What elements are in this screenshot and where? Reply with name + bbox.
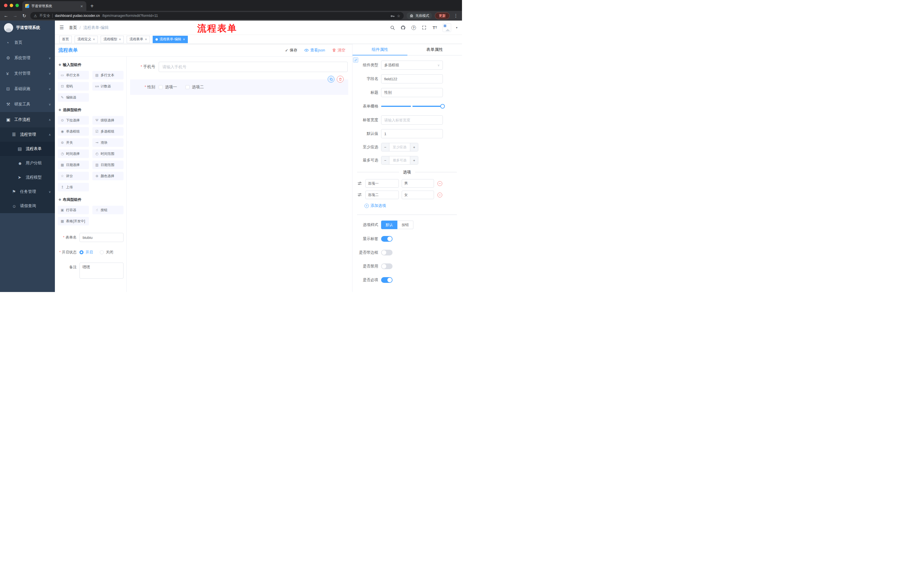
font-size-icon[interactable]: TT [432, 25, 438, 31]
canvas-field-gender[interactable]: 性别 选项一 选项二 [130, 79, 348, 95]
sidebar-item-process-form[interactable]: ▤ 流程表单 [0, 142, 55, 156]
security-warning-icon[interactable]: ⚠ [34, 14, 37, 18]
checkbox-unchecked-icon[interactable] [186, 85, 190, 89]
tag-close-icon[interactable]: × [119, 38, 121, 41]
palette-item-date-picker[interactable]: ▦日期选择 [58, 161, 89, 169]
increase-button[interactable]: + [410, 156, 418, 164]
github-icon[interactable] [400, 25, 406, 31]
option-name-input[interactable] [365, 191, 399, 199]
form-canvas[interactable]: 手机号 [127, 57, 352, 292]
remove-option-icon[interactable]: − [437, 181, 442, 186]
gender-option2-checkbox[interactable]: 选项二 [186, 85, 204, 90]
palette-item-select[interactable]: ⊙下拉选择 [58, 116, 89, 125]
palette-item-time-range[interactable]: ◴时间范围 [92, 150, 124, 158]
sidebar-item-process-model[interactable]: ➤ 流程模型 [0, 170, 55, 184]
sidebar-item-leave-query[interactable]: ☺ 请假查询 [0, 199, 55, 213]
browser-update-button[interactable]: 更新 [435, 12, 450, 19]
link-icon[interactable] [353, 58, 358, 63]
view-json-button[interactable]: 查看json [304, 48, 325, 53]
phone-input[interactable] [159, 62, 348, 72]
gender-option1-checkbox[interactable]: 选项一 [159, 85, 177, 90]
show-label-switch[interactable] [381, 236, 393, 242]
option-value-input[interactable] [402, 179, 434, 188]
border-switch[interactable] [381, 250, 393, 255]
status-radio-off[interactable]: 关闭 [100, 250, 113, 255]
tag-close-icon[interactable]: × [93, 38, 95, 41]
style-button-button[interactable]: 按钮 [398, 220, 413, 229]
palette-item-radio-group[interactable]: ◉单选框组 [58, 127, 89, 136]
slider-track[interactable] [381, 106, 443, 107]
default-value-input[interactable] [381, 129, 443, 138]
sidebar-item-devtools[interactable]: ⚒ 研发工具 ∨ [0, 97, 55, 112]
max-select-value[interactable]: 最多可选 [389, 156, 410, 164]
disabled-switch[interactable] [381, 263, 393, 269]
close-window-button[interactable] [4, 4, 7, 7]
field-name-input[interactable] [381, 74, 443, 84]
component-type-select[interactable]: 多选框组 ∨ [381, 61, 443, 70]
add-option-button[interactable]: + 添加选项 [365, 203, 457, 208]
forward-icon[interactable]: → [12, 13, 18, 18]
palette-item-single-line-text[interactable]: ▭单行文本 [58, 71, 89, 79]
save-button[interactable]: ✓ 保存 [285, 48, 297, 53]
min-select-value[interactable]: 至少应选 [389, 143, 410, 151]
reload-icon[interactable]: ↻ [21, 13, 28, 18]
fullscreen-icon[interactable] [421, 25, 427, 31]
sidebar-item-system[interactable]: ⚙ 系统管理 ∨ [0, 50, 55, 66]
canvas-field-phone[interactable]: 手机号 [130, 61, 348, 73]
palette-item-cascader[interactable]: Ψ级联选择 [92, 116, 124, 125]
palette-item-password[interactable]: ⊡密码 [58, 82, 89, 90]
checkbox-unchecked-icon[interactable] [159, 85, 163, 89]
label-width-input[interactable] [381, 115, 443, 125]
sidebar-item-user-group[interactable]: ☻ 用户分组 [0, 156, 55, 170]
status-radio-on[interactable]: 开启 [79, 250, 93, 255]
palette-item-checkbox-group[interactable]: ☑多选框组 [92, 127, 124, 136]
tag-process-form-edit[interactable]: 流程表单-编辑 × [153, 36, 188, 43]
slider-handle[interactable] [440, 104, 445, 109]
breadcrumb-root[interactable]: 首页 [69, 25, 77, 30]
tab-close-icon[interactable]: × [80, 4, 84, 8]
style-default-button[interactable]: 默认 [381, 220, 398, 229]
palette-item-row-container[interactable]: ▣行容器 [58, 206, 89, 214]
help-icon[interactable]: ? [411, 25, 417, 31]
tag-close-icon[interactable]: × [145, 38, 147, 41]
form-name-input[interactable] [79, 233, 124, 242]
title-input[interactable] [381, 88, 443, 97]
drag-handle-icon[interactable] [357, 192, 362, 197]
minimize-window-button[interactable] [10, 4, 13, 7]
decrease-button[interactable]: − [381, 156, 389, 164]
search-icon[interactable] [390, 25, 395, 31]
palette-item-color-picker[interactable]: ⊛颜色选择 [92, 172, 124, 180]
new-tab-button[interactable]: + [90, 3, 94, 9]
palette-item-upload[interactable]: ↥上传 [58, 183, 89, 191]
password-key-icon[interactable] [390, 13, 395, 18]
address-bar[interactable]: ⚠ 不安全 dashboard.yudao.iocoder.cn /bpm/ma… [30, 12, 404, 20]
tag-process-form[interactable]: 流程表单 × [127, 36, 150, 43]
user-avatar[interactable] [442, 23, 451, 32]
tag-process-definition[interactable]: 流程定义 × [74, 36, 98, 43]
palette-item-button[interactable]: ☝按钮 [92, 206, 124, 214]
form-remark-textarea[interactable]: 嘿嘿 [79, 263, 124, 278]
bookmark-star-icon[interactable]: ☆ [397, 14, 400, 18]
copy-field-button[interactable] [328, 76, 335, 82]
palette-item-date-range[interactable]: ▥日期范围 [92, 161, 124, 169]
decrease-button[interactable]: − [381, 143, 389, 151]
browser-tab[interactable]: 芋道管理系统 × [22, 1, 86, 11]
sidebar-item-task-mgmt[interactable]: ⚑ 任务管理 ∨ [0, 184, 55, 199]
palette-item-time-picker[interactable]: ◷时间选择 [58, 150, 89, 158]
palette-item-switch[interactable]: ⊜开关 [58, 138, 89, 147]
browser-menu-icon[interactable]: ⋮ [452, 13, 459, 18]
option-value-input[interactable] [402, 191, 434, 199]
drag-handle-icon[interactable] [357, 181, 362, 186]
sidebar-item-process-mgmt[interactable]: ☰ 流程管理 ∧ [0, 127, 55, 142]
tag-home[interactable]: 首页 [59, 36, 72, 43]
tab-component-props[interactable]: 组件属性 [353, 44, 408, 55]
palette-item-rate[interactable]: ☆评分 [58, 172, 89, 180]
avatar-caret-icon[interactable]: ▾ [456, 26, 457, 29]
delete-field-button[interactable] [337, 76, 344, 82]
remove-option-icon[interactable]: − [437, 192, 442, 197]
form-grid-slider[interactable] [381, 102, 443, 111]
tag-process-model[interactable]: 流程模型 × [101, 36, 124, 43]
sidebar-item-infra[interactable]: ⊟ 基础设施 ∨ [0, 81, 55, 97]
palette-item-table[interactable]: ▦表格[开发中] [58, 217, 89, 225]
tab-form-props[interactable]: 表单属性 [408, 44, 462, 55]
